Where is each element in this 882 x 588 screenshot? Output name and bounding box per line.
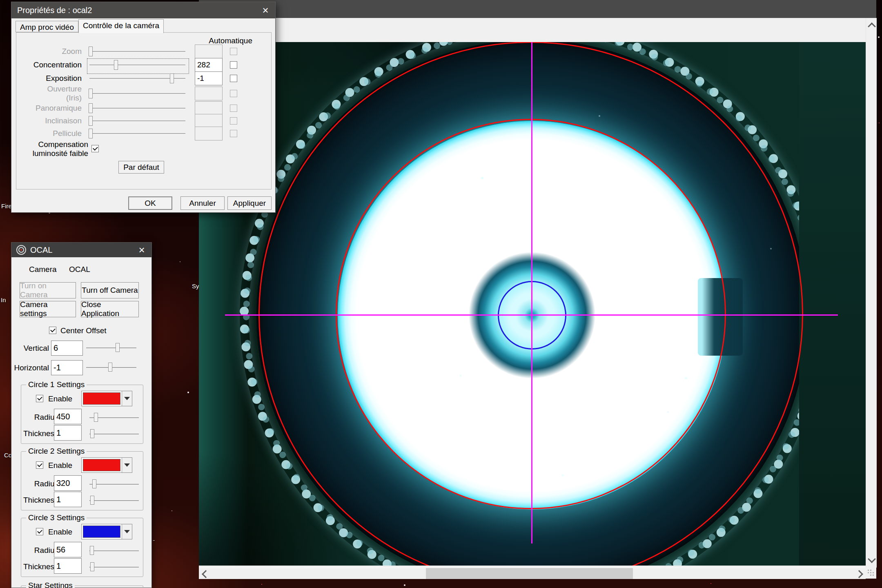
scroll-left-icon[interactable] [202,570,210,578]
circle-1-settings-title: Circle 1 Settings [26,380,87,389]
tilt-auto-checkbox [230,117,237,125]
dropdown-arrow-icon [124,530,130,533]
tab-ocal[interactable]: OCAL [69,265,90,274]
aperture-slider-thumb [89,89,93,98]
horizontal-offset-input[interactable] [51,360,83,375]
circle-1-color-swatch [83,392,120,405]
slider-focus-outline [87,58,189,74]
ocal-window: OCAL × Camera OCAL Turn on Camera Turn o… [11,242,152,588]
scroll-up-icon[interactable] [868,22,876,31]
tab-controle-camera[interactable]: Contrôle de la caméra [78,19,164,33]
circle-2-thickness-slider-thumb[interactable] [90,496,94,505]
desktop-icon-label-fire[interactable]: Fire [1,203,12,209]
circle-2-enable-label: Enable [48,461,72,470]
exposure-auto-checkbox[interactable] [230,75,237,82]
low-light-compensation-checkbox[interactable] [91,145,99,152]
focus-value-input[interactable] [195,58,223,72]
horizontal-scrollbar[interactable] [199,568,866,579]
vertical-offset-input[interactable] [51,341,83,356]
exposure-slider-thumb[interactable] [170,74,174,83]
circle-2-thickness-input[interactable] [54,492,82,507]
center-offset-checkbox[interactable] [49,327,56,334]
focus-auto-checkbox[interactable] [230,61,237,69]
properties-dialog: Propriétés de : ocal2 × Amp proc vidéo C… [11,2,276,213]
camera-live-view [199,42,866,566]
circle-3-thickness-slider[interactable] [89,567,139,568]
apply-button[interactable]: Appliquer [227,196,272,210]
circle-1-thickness-input[interactable] [54,425,82,441]
circle-2-enable-checkbox[interactable] [36,461,43,469]
properties-close-button[interactable]: × [256,2,275,18]
circle-1-radius-slider-thumb[interactable] [94,413,98,422]
circle-1-enable-checkbox[interactable] [36,395,43,402]
circle-1-thickness-slider-thumb[interactable] [90,429,94,438]
circle-1-enable-label: Enable [48,394,72,403]
dropdown-button[interactable] [122,458,132,472]
aperture-auto-checkbox [230,90,237,97]
tilt-label: Inclinaison [15,116,82,125]
circle-2-color-dropdown[interactable] [81,457,132,473]
circle-2-radius-slider[interactable] [89,484,139,485]
circle-2-radius-input[interactable] [54,475,82,491]
crosshair-vertical-line [531,42,532,543]
circle-1-color-dropdown[interactable] [81,391,132,406]
circle-3-color-swatch [83,526,120,538]
circle-2-settings-group: Circle 2 Settings Enable Radius Thicknes… [21,451,143,510]
focus-slider[interactable] [89,65,185,65]
tilt-value-input [195,114,223,128]
circle-3-radius-slider[interactable] [89,550,139,551]
scroll-right-icon[interactable] [855,570,863,578]
horizontal-scrollbar-thumb[interactable] [426,568,633,579]
tilt-slider [89,120,185,121]
turn-off-camera-button[interactable]: Turn off Camera [81,282,139,298]
circle-3-enable-checkbox[interactable] [36,528,43,535]
dropdown-arrow-icon [124,463,130,467]
dropdown-button[interactable] [122,391,132,406]
focus-slider-thumb[interactable] [114,60,118,70]
circle-3-radius-input[interactable] [54,542,82,557]
horizontal-offset-slider-thumb[interactable] [108,363,112,372]
aperture-label-line2: (Iris) [15,94,82,102]
default-button[interactable]: Par défaut [118,161,164,174]
horizontal-label: Horizontal [12,363,49,372]
desktop-icon-label-sy[interactable]: Sy [192,283,199,290]
vertical-offset-slider[interactable] [86,347,136,348]
tab-amp-proc-video[interactable]: Amp proc vidéo [16,21,78,32]
desktop-icon-label-in[interactable]: In [1,296,6,303]
exposure-label: Exposition [15,74,82,83]
ocal-titlebar[interactable]: OCAL × [11,243,151,257]
exposure-value-input[interactable] [195,71,223,85]
scroll-down-icon[interactable] [868,555,876,563]
circle-1-thickness-slider[interactable] [89,434,139,434]
circle-1-radius-input[interactable] [54,409,82,424]
resize-grip[interactable] [866,568,876,579]
checkmark-icon [37,528,42,534]
aperture-label: Ouverture [15,85,82,94]
camera-settings-button[interactable]: Camera settings [20,301,76,317]
center-offset-label: Center Offset [60,326,107,335]
circle-3-thickness-input[interactable] [54,558,82,574]
camera-viewer-window [199,0,876,579]
camera-viewer-titlebar[interactable] [199,0,876,18]
circle-3-thickness-slider-thumb[interactable] [90,562,94,571]
close-application-button[interactable]: Close Application [81,301,139,317]
ocal-close-button[interactable]: × [134,243,150,257]
aperture-value-input [195,87,223,100]
circle-3-color-dropdown[interactable] [81,524,132,539]
ok-button[interactable]: OK [128,196,172,210]
vertical-scrollbar[interactable] [866,18,877,568]
tab-camera[interactable]: Camera [29,265,57,274]
cancel-button[interactable]: Annuler [180,196,225,210]
circle-1-thickness-label: Thickness [23,429,54,438]
zoom-slider [89,51,185,52]
circle-3-radius-slider-thumb[interactable] [90,546,94,555]
roll-value-input [195,127,223,140]
aperture-slider [89,93,185,94]
roll-auto-checkbox [230,130,237,137]
dropdown-button[interactable] [122,524,132,539]
vertical-offset-slider-thumb[interactable] [116,343,120,352]
circle-2-radius-slider-thumb[interactable] [92,479,96,488]
turn-on-camera-button[interactable]: Turn on Camera [20,282,76,298]
circle-2-thickness-slider[interactable] [89,500,139,501]
properties-titlebar[interactable]: Propriétés de : ocal2 × [11,2,275,18]
